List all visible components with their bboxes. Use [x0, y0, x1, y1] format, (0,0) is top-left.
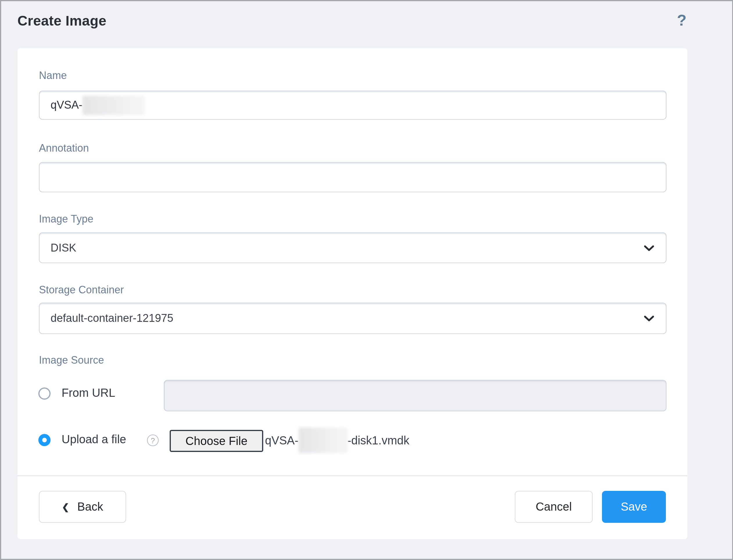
annotation-input[interactable] — [51, 163, 655, 192]
upload-file-radio[interactable] — [38, 434, 50, 446]
annotation-input-wrap — [39, 162, 666, 192]
save-button[interactable]: Save — [602, 491, 666, 523]
help-icon[interactable]: ? — [677, 12, 687, 30]
chevron-left-icon: ❮ — [62, 502, 69, 512]
image-source-label: Image Source — [39, 354, 104, 367]
image-type-label: Image Type — [39, 213, 93, 225]
upload-help-icon[interactable]: ? — [147, 435, 159, 446]
name-input[interactable]: qVSA- — [39, 91, 666, 120]
annotation-label: Annotation — [39, 142, 89, 155]
file-name-prefix: qVSA- — [265, 434, 299, 447]
url-input[interactable] — [164, 380, 666, 411]
upload-file-radio-label[interactable]: Upload a file — [62, 433, 126, 446]
image-type-selected-value: DISK — [51, 241, 76, 254]
page-title: Create Image — [17, 13, 106, 29]
uploaded-file-name: qVSA--disk1.vmdk — [265, 427, 409, 454]
storage-container-selected-value: default-container-121975 — [51, 312, 173, 325]
name-input-value: qVSA- — [51, 99, 83, 112]
image-type-select[interactable]: DISK — [39, 232, 666, 263]
create-image-dialog: Create Image ? Name qVSA- Annotation Ima… — [0, 0, 733, 560]
create-image-dialog-stage: Create Image ? Name qVSA- Annotation Ima… — [0, 0, 733, 560]
storage-container-label: Storage Container — [39, 284, 124, 296]
redacted-text — [83, 96, 145, 115]
chevron-down-icon — [644, 312, 654, 325]
back-button-label: Back — [77, 500, 103, 514]
choose-file-button[interactable]: Choose File — [170, 430, 263, 452]
from-url-radio-label[interactable]: From URL — [62, 386, 115, 400]
footer-divider — [17, 475, 687, 476]
file-name-suffix: -disk1.vmdk — [347, 434, 409, 447]
name-label: Name — [39, 70, 67, 82]
cancel-button[interactable]: Cancel — [515, 491, 593, 523]
storage-container-select[interactable]: default-container-121975 — [39, 303, 666, 334]
form-panel: Name qVSA- Annotation Image Type DISK St… — [17, 48, 687, 539]
chevron-down-icon — [644, 241, 654, 254]
back-button[interactable]: ❮ Back — [39, 491, 126, 523]
redacted-text — [299, 428, 347, 453]
upload-help-glyph: ? — [151, 436, 155, 445]
from-url-radio[interactable] — [38, 387, 50, 400]
